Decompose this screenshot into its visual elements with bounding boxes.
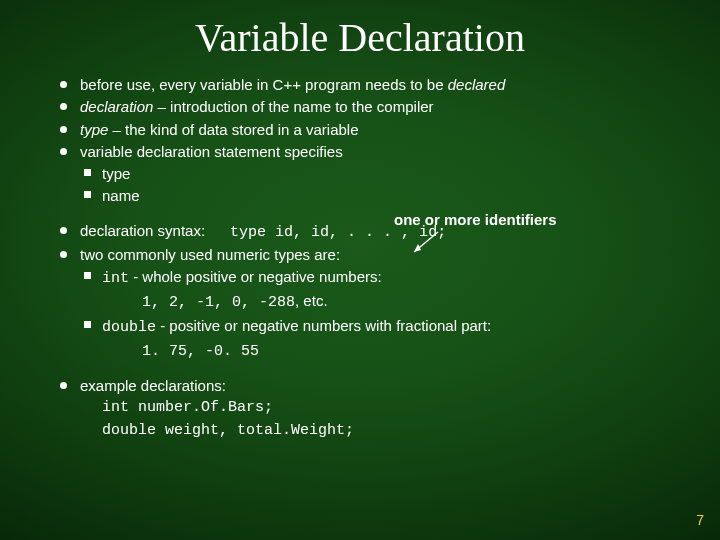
code-text: 1. 75, -0. 55	[142, 343, 259, 360]
double-examples: 1. 75, -0. 55	[80, 340, 690, 362]
subbullet-name: name	[80, 186, 690, 206]
subbullet-double: double - positive or negative numbers wi…	[80, 316, 690, 338]
subbullet-int: int - whole positive or negative numbers…	[80, 267, 690, 289]
bullet-declared: before use, every variable in C++ progra…	[56, 75, 690, 95]
annotation-identifiers: one or more identifiers	[394, 211, 557, 228]
slide-body: before use, every variable in C++ progra…	[0, 69, 720, 441]
text: – the kind of data stored in a variable	[108, 121, 358, 138]
bullet-example-decl: example declarations:	[56, 376, 690, 396]
code-text: double	[102, 319, 156, 336]
example-line-1: int number.Of.Bars;	[80, 398, 690, 418]
code-text: int	[102, 270, 129, 287]
code-text: 1, 2, -1, 0, -288	[142, 294, 295, 311]
slide-title: Variable Declaration	[0, 0, 720, 69]
text: name	[102, 187, 140, 204]
text: - positive or negative numbers with frac…	[156, 317, 491, 334]
text: type	[102, 165, 130, 182]
em-text: type	[80, 121, 108, 138]
bullet-numeric-types: two commonly used numeric types are:	[56, 245, 690, 265]
subbullet-type: type	[80, 164, 690, 184]
example-line-2: double weight, total.Weight;	[80, 421, 690, 441]
text: , etc.	[295, 292, 328, 309]
page-number: 7	[696, 512, 704, 528]
int-examples: 1, 2, -1, 0, -288, etc.	[80, 291, 690, 313]
text: – introduction of the name to the compil…	[153, 98, 433, 115]
text: example declarations:	[80, 377, 226, 394]
text: variable declaration statement specifies	[80, 143, 343, 160]
spacer	[56, 209, 690, 221]
em-text: declared	[448, 76, 506, 93]
bullet-declaration: declaration – introduction of the name t…	[56, 97, 690, 117]
text: - whole positive or negative numbers:	[129, 268, 382, 285]
em-text: declaration	[80, 98, 153, 115]
slide: Variable Declaration before use, every v…	[0, 0, 720, 540]
bullet-specifies: variable declaration statement specifies	[56, 142, 690, 162]
bullet-type: type – the kind of data stored in a vari…	[56, 120, 690, 140]
spacer	[56, 364, 690, 376]
text: before use, every variable in C++ progra…	[80, 76, 448, 93]
text: two commonly used numeric types are:	[80, 246, 340, 263]
bullet-syntax: declaration syntax: type id, id, . . . ,…	[56, 221, 690, 243]
text: declaration syntax:	[80, 222, 205, 239]
